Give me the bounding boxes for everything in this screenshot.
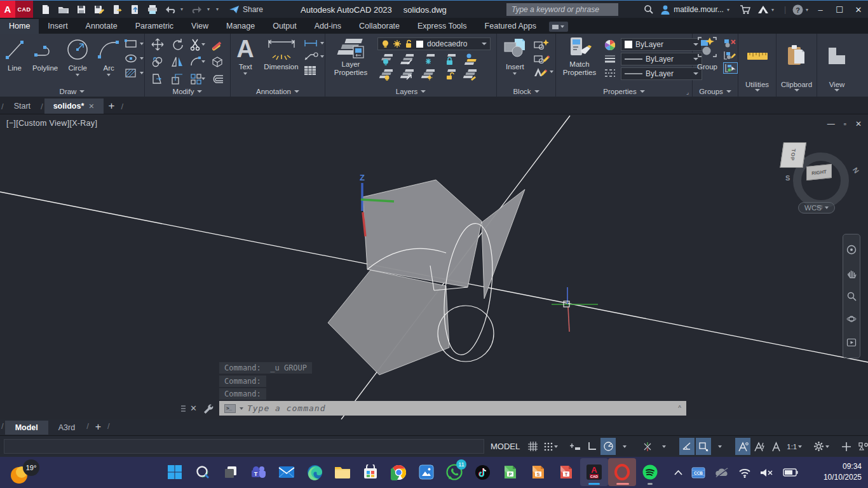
layer-properties-button[interactable]: Layer Properties [330, 36, 371, 77]
layer-lock-icon[interactable] [440, 53, 456, 65]
object-snap-tracking-icon[interactable] [640, 438, 655, 455]
redo-icon[interactable] [189, 3, 205, 17]
viewcube-cube[interactable]: TOP RIGHT [804, 141, 836, 182]
cart-icon[interactable] [740, 4, 751, 15]
user-account-button[interactable]: matilde.mour... ▾ [660, 4, 733, 15]
explode-icon[interactable] [210, 55, 224, 68]
ribbon-tab-view[interactable]: View [182, 19, 217, 34]
file-tab-start[interactable]: Start [5, 98, 39, 114]
powerpoint-free-icon[interactable]: P [496, 458, 524, 486]
zoom-icon[interactable] [846, 291, 857, 301]
autocad-app-logo[interactable]: A CAD [0, 1, 33, 18]
copy-icon[interactable] [151, 55, 164, 68]
ribbon-tab-manage[interactable]: Manage [217, 19, 264, 34]
share-button[interactable]: Share [229, 5, 263, 14]
layer-on-off-icon[interactable] [377, 68, 393, 81]
volume-muted-icon[interactable] [760, 468, 774, 478]
command-expand-icon[interactable]: ^ [678, 405, 681, 412]
ellipse-button[interactable] [124, 53, 144, 64]
edit-block-icon[interactable] [533, 52, 550, 64]
object-color-icon[interactable] [604, 39, 616, 51]
file-explorer-icon[interactable] [329, 458, 356, 486]
snap-mode-icon[interactable] [541, 438, 560, 455]
edge-icon[interactable] [301, 458, 329, 486]
stretch-icon[interactable] [151, 72, 164, 85]
linetype-select[interactable]: ByLayer [621, 67, 702, 80]
redo-dropdown-icon[interactable]: ▾ [207, 6, 214, 12]
annotation-visibility-icon[interactable] [735, 438, 750, 455]
panel-view[interactable]: View [817, 34, 857, 97]
undo-icon[interactable] [163, 3, 178, 17]
mirror-icon[interactable] [171, 55, 184, 68]
onedrive-off-icon[interactable] [714, 467, 729, 478]
annotation-monitor-icon[interactable] [839, 438, 854, 455]
leader-button[interactable] [303, 51, 324, 62]
ribbon-tab-collaborate[interactable]: Collaborate [350, 19, 409, 34]
ribbon-display-toggle[interactable] [549, 22, 568, 32]
ribbon-tab-parametric[interactable]: Parametric [126, 19, 182, 34]
viewcube-top-face[interactable]: TOP [780, 142, 806, 168]
panel-label-clipboard[interactable]: Clipboard [776, 75, 817, 97]
ribbon-tab-insert[interactable]: Insert [39, 19, 76, 34]
panel-utilities[interactable]: Utilities [738, 34, 776, 97]
offset-icon[interactable] [210, 73, 224, 85]
ribbon-tab-addins[interactable]: Add-ins [306, 19, 350, 34]
insert-block-button[interactable]: Insert [499, 36, 531, 75]
weather-widget[interactable]: 19° [9, 461, 39, 485]
undo-dropdown-icon[interactable]: ▾ [180, 6, 187, 12]
table-button[interactable] [303, 65, 324, 76]
ribbon-tab-output[interactable]: Output [264, 19, 306, 34]
command-line-grip[interactable] [181, 405, 186, 412]
annotation-autoscale-icon[interactable] [752, 438, 767, 455]
trim-button[interactable] [190, 38, 205, 51]
layer-change-icon[interactable] [461, 68, 477, 81]
grid-icon[interactable] [525, 438, 540, 455]
tiktok-icon[interactable] [468, 458, 496, 486]
viewcube-front-face[interactable]: RIGHT [806, 164, 832, 180]
group-button[interactable]: Group [693, 36, 722, 71]
panel-label-draw[interactable]: Draw [0, 86, 144, 97]
command-prompt-icon[interactable]: >_ [224, 404, 236, 413]
panel-label-view[interactable]: View [817, 75, 857, 97]
wifi-icon[interactable] [738, 468, 751, 478]
group-edit-icon[interactable] [723, 50, 737, 60]
polyline-button[interactable]: Polyline [29, 36, 61, 72]
microsoft-store-icon[interactable] [356, 458, 384, 486]
layer-select[interactable]: dodecaedro [377, 37, 491, 50]
maximize-button[interactable]: ☐ [830, 1, 849, 18]
save-as-icon[interactable] [92, 3, 107, 17]
teams-icon[interactable]: T [245, 458, 273, 486]
full-navigation-wheel-icon[interactable] [846, 245, 857, 255]
battery-icon[interactable] [783, 468, 798, 477]
panel-label-layers[interactable]: Layers [325, 86, 496, 97]
ungroup-icon[interactable] [723, 38, 737, 48]
tray-expand-icon[interactable] [674, 470, 682, 475]
task-view-icon[interactable] [217, 458, 245, 486]
line-button[interactable]: Line [1, 36, 29, 72]
new-drawing-tab-button[interactable]: + [109, 100, 115, 112]
layer-isolate-icon[interactable] [377, 53, 393, 65]
panel-label-properties[interactable]: Properties⌟ [556, 86, 692, 97]
help-button[interactable]: ? ▾ [792, 4, 812, 15]
command-input[interactable]: >_ Type a command ^ [219, 401, 686, 416]
viewcube[interactable]: S N E TOP RIGHT WCS [787, 141, 857, 217]
chrome-icon[interactable] [384, 458, 412, 486]
open-folder-icon[interactable] [56, 3, 71, 17]
text-dropdown-icon[interactable] [243, 72, 247, 75]
panel-label-modify[interactable]: Modify [145, 86, 230, 97]
dynamic-input-icon[interactable] [567, 438, 583, 455]
photos-icon[interactable] [412, 458, 440, 486]
circle-button[interactable]: Circle [62, 36, 93, 76]
mail-icon[interactable] [273, 458, 301, 486]
lineweight-icon[interactable] [604, 55, 616, 65]
file-tab-solidos[interactable]: solidos* ✕ [44, 98, 104, 114]
lineweight-select[interactable]: ByLayer [621, 53, 702, 65]
word-free-icon[interactable]: T [552, 458, 580, 486]
ortho-mode-icon[interactable] [584, 438, 599, 455]
file-tab-close-icon[interactable]: ✕ [88, 102, 94, 111]
orbit-icon[interactable] [846, 314, 857, 324]
dimension-button[interactable]: Dimension [261, 36, 302, 71]
layer-thaw-all-icon[interactable] [419, 68, 435, 81]
command-customize-wrench-icon[interactable] [203, 403, 214, 414]
hatch-button[interactable] [124, 67, 144, 79]
